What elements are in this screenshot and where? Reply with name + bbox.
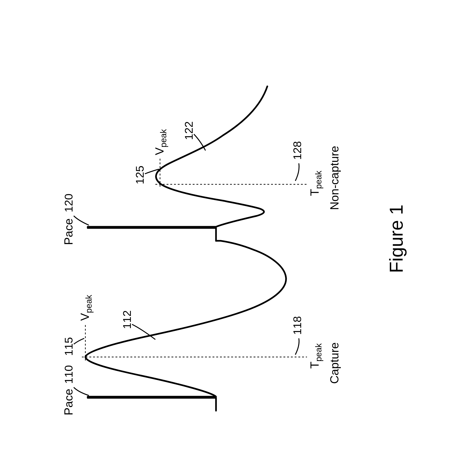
figure-title: Figure 1 xyxy=(386,205,406,273)
vpeak-label-left: Vpeak xyxy=(78,295,94,321)
capture-label: Capture xyxy=(328,342,341,384)
leader-115 xyxy=(74,338,84,344)
ref-128: 128 xyxy=(291,141,304,160)
tpeak-label-right: Tpeak xyxy=(308,170,323,196)
ref-115: 115 xyxy=(63,337,75,356)
vpeak-label-right: Vpeak xyxy=(153,129,168,155)
noncapture-waveform xyxy=(88,86,267,241)
tpeak-label-left: Tpeak xyxy=(308,343,323,369)
leader-118 xyxy=(295,338,299,355)
leader-110 xyxy=(74,387,89,395)
leader-120 xyxy=(74,216,89,225)
leader-128 xyxy=(295,163,299,181)
ref-120: 120 xyxy=(63,194,75,212)
ref-122: 122 xyxy=(183,121,195,140)
pace-label-right: Pace xyxy=(62,218,75,245)
figure-container: Pace 110 115 Vpeak 112 118 Tpeak Capture xyxy=(39,40,435,436)
ref-118: 118 xyxy=(291,316,304,335)
figure-svg: Pace 110 115 Vpeak 112 118 Tpeak Capture xyxy=(39,40,435,436)
ref-112: 112 xyxy=(121,310,133,329)
ref-110: 110 xyxy=(63,365,75,384)
capture-waveform xyxy=(85,241,286,411)
pace-label-left: Pace xyxy=(62,389,75,415)
noncapture-label: Non-capture xyxy=(328,146,341,210)
ref-125: 125 xyxy=(134,166,146,184)
